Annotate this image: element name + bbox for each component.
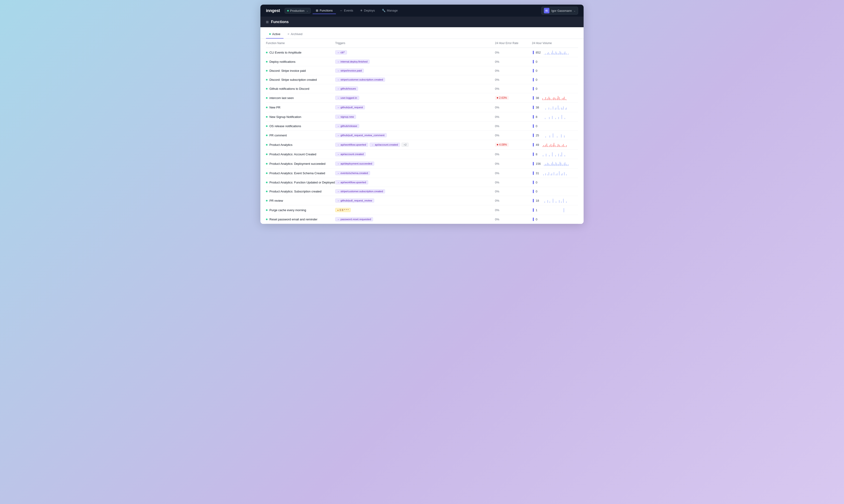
- chart-bar: [556, 108, 556, 110]
- env-selector[interactable]: Production ⌄: [285, 8, 311, 14]
- chart-bar: [557, 137, 557, 138]
- volume-cell: ▐38: [532, 105, 578, 110]
- volume-cell: ▐1: [532, 208, 578, 212]
- table-row[interactable]: Product Analytics: Event Schema Created↔…: [266, 168, 578, 178]
- chart-bar: [562, 108, 562, 110]
- table-row[interactable]: Product Analytics: Deployment succeeded↔…: [266, 159, 578, 168]
- volume-bar-icon: ▐: [532, 190, 534, 193]
- volume-cell: ▐25: [532, 133, 578, 138]
- error-rate-cell: 0%: [495, 87, 532, 90]
- table-row[interactable]: Product Analytics: Subscription created↔…: [266, 187, 578, 196]
- trigger-event-badge: ↔ github/issues: [335, 87, 358, 91]
- chart-bar: [560, 163, 561, 166]
- chart-bar: [562, 54, 563, 55]
- function-name-cell: New PR: [266, 106, 335, 109]
- triggers-cell: ↔ stripe/customer.subscription.created: [335, 77, 495, 82]
- table-row[interactable]: Github notifications to Discord↔ github/…: [266, 84, 578, 93]
- tab-active[interactable]: Active: [266, 31, 284, 38]
- chart-bar: [563, 98, 564, 100]
- trigger-plus-badge: +2: [401, 143, 409, 147]
- table-row[interactable]: PR comment↔ github/pull_request_review_c…: [266, 131, 578, 140]
- tab-archived-label: Archived: [291, 32, 302, 36]
- function-name: Deploy notifications: [269, 60, 295, 64]
- nav-tab-functions[interactable]: ⊞ Functions: [312, 7, 336, 14]
- trigger-event-badge: ↔ user.logged.in: [335, 96, 359, 100]
- triggers-cell: ↔ github/issues: [335, 87, 495, 91]
- status-dot-icon: [266, 173, 268, 174]
- chart-bar: [561, 201, 562, 203]
- event-icon: ↔: [337, 190, 340, 193]
- chart-bar: [547, 53, 548, 55]
- chart-bar: [559, 200, 560, 203]
- chart-bar: [564, 118, 565, 119]
- chart-bar: [561, 134, 562, 138]
- chart-bar: [564, 155, 565, 157]
- status-dot-icon: [266, 88, 268, 90]
- chart-bar: [543, 145, 544, 147]
- table-row[interactable]: PR review↔ github/pull_request_review0%▐…: [266, 196, 578, 205]
- chart-bar: [544, 99, 545, 100]
- volume-number: 49: [536, 143, 539, 146]
- chart-bar: [546, 54, 547, 55]
- table-row[interactable]: intercom last seen↔ user.logged.in 2.63%…: [266, 93, 578, 103]
- volume-bar-icon: ▐: [532, 181, 534, 184]
- avatar: IG: [544, 8, 550, 13]
- function-name-cell: PR comment: [266, 133, 335, 137]
- table-row[interactable]: Discord: Stripe subscription created↔ st…: [266, 75, 578, 84]
- chart-bar: [556, 99, 556, 100]
- table-row[interactable]: New Signup Notification↔ signup.new0%▐8: [266, 112, 578, 122]
- function-name-cell: Purge cache every morning: [266, 209, 335, 212]
- nav-tab-deploys[interactable]: ✈ Deploys: [357, 7, 378, 14]
- table-body: CLI Events to Amplitude↔ cli/*0%▐852Depl…: [266, 48, 578, 224]
- chart-bar: [563, 208, 564, 212]
- function-name-cell: CLI Events to Amplitude: [266, 51, 335, 54]
- chart-bar: [550, 136, 550, 138]
- error-rate-cell: 0%: [495, 60, 532, 64]
- table-header: Function Name Triggers 24 Hour Error Rat…: [266, 39, 578, 48]
- trigger-event-badge: ↔ cli/*: [335, 50, 347, 54]
- table-row[interactable]: Reset password email and reminder↔ passw…: [266, 215, 578, 224]
- table-row[interactable]: CLI Events to Amplitude↔ cli/*0%▐852: [266, 48, 578, 57]
- chart-bar: [555, 52, 556, 55]
- chart-bar: [560, 99, 560, 100]
- error-badge: 2.63%: [495, 96, 509, 100]
- chart-bar: [557, 98, 557, 100]
- table-row[interactable]: Purge cache every morning● 0 8 * * *0%▐1: [266, 205, 578, 215]
- table-row[interactable]: Product Analytics: Function Updated or D…: [266, 178, 578, 187]
- chart-bar: [558, 164, 559, 166]
- error-dot-icon: [497, 144, 498, 145]
- chart-bar: [543, 155, 543, 157]
- table-row[interactable]: Deploy notifications↔ internal.deploy.fi…: [266, 57, 578, 66]
- nav-tab-manage[interactable]: 🔧 Manage: [379, 7, 401, 14]
- trigger-event-badge: ↔ stripe/invoice.paid: [335, 69, 364, 73]
- table-row[interactable]: OS release notifications↔ github/release…: [266, 122, 578, 131]
- chart-bar: [549, 172, 549, 175]
- chart-bar: [568, 54, 569, 55]
- mini-chart: [542, 105, 567, 110]
- function-name-cell: Product Analytics: [266, 143, 335, 146]
- chart-bar: [563, 199, 564, 203]
- function-name: Purge cache every morning: [269, 209, 306, 212]
- table-row[interactable]: Product Analytics↔ api/workflow.upserted…: [266, 140, 578, 149]
- chart-bar: [552, 100, 552, 100]
- nav-tab-manage-label: Manage: [387, 9, 398, 12]
- table-row[interactable]: Discord: Stripe invoice paid↔ stripe/inv…: [266, 66, 578, 75]
- nav-tab-events[interactable]: ↔ Events: [336, 7, 356, 14]
- event-icon: ↔: [337, 153, 340, 156]
- chart-bar: [556, 53, 557, 55]
- chart-bar: [557, 164, 558, 166]
- mini-chart: [544, 50, 569, 55]
- function-name: Reset password email and reminder: [269, 218, 318, 221]
- status-dot-icon: [266, 61, 268, 62]
- chart-bar: [561, 152, 562, 157]
- tab-archived[interactable]: Archived: [284, 31, 306, 38]
- function-name: Product Analytics: Subscription created: [269, 190, 321, 193]
- error-rate-cell: 0%: [495, 69, 532, 72]
- trigger-event-badge: ↔ password.reset.requested: [335, 217, 373, 221]
- table-row[interactable]: Product Analytics: Account Created↔ api/…: [266, 149, 578, 159]
- trigger-event-badge: ↔ api/workflow.upserted: [335, 143, 368, 147]
- function-name: Product Analytics: Function Updated or D…: [269, 181, 335, 184]
- user-menu[interactable]: IG Igor Gassmann ⌄: [541, 7, 578, 15]
- manage-icon: 🔧: [382, 9, 385, 12]
- table-row[interactable]: New PR↔ github/pull_request0%▐38: [266, 103, 578, 112]
